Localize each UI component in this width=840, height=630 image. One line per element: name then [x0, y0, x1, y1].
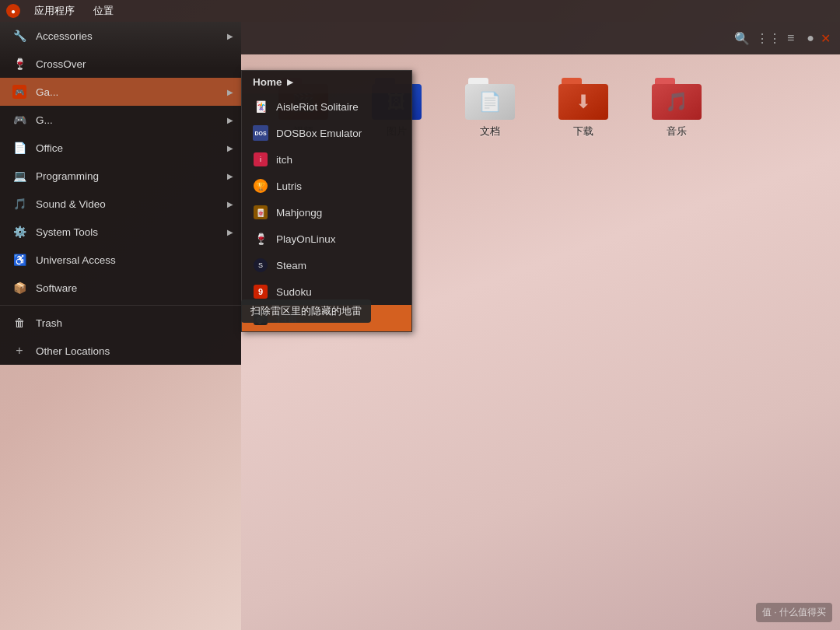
submenu-dosbox[interactable]: DOS DOSBox Emulator [242, 120, 411, 146]
system-tools-label: System Tools [36, 226, 98, 238]
games-icon: 🎮 [11, 83, 28, 100]
software-label: Software [36, 282, 77, 294]
menu-item-office[interactable]: 📄 Office ▶ [0, 134, 241, 162]
grid-view-icon[interactable]: ⋮⋮ [756, 31, 781, 46]
sound-video-icon: 🎵 [11, 195, 28, 212]
submenu-arrow: ▶ [227, 200, 233, 208]
filemanager-header: 🔍 ⋮⋮ ≡ ● ✕ [241, 22, 840, 54]
file-item-music[interactable]: 🎵 音乐 [646, 78, 708, 138]
download-label: 下载 [573, 124, 593, 138]
minesweeper-tooltip: 扫除雷区里的隐藏的地雷 [241, 299, 371, 323]
menu-item-universal-access[interactable]: ♿ Universal Access [0, 246, 241, 274]
download-folder-icon: ⬇ [558, 78, 608, 120]
games2-icon: 🎮 [11, 111, 28, 128]
sound-video-label: Sound & Video [36, 198, 106, 210]
playonlinux-label: PlayOnLinux [276, 233, 336, 245]
itch-label: itch [276, 154, 292, 166]
lutris-icon: 🏆 [253, 178, 268, 194]
document-folder-icon: 📄 [465, 78, 515, 120]
topbar: ● 应用程序 位置 [0, 0, 840, 22]
mahjongg-label: Mahjongg [276, 207, 322, 219]
topbar-app-menu[interactable]: 应用程序 [30, 2, 79, 19]
games2-label: G... [36, 114, 53, 126]
menu-item-sound-video[interactable]: 🎵 Sound & Video ▶ [0, 190, 241, 218]
app-icon: ● [6, 4, 20, 18]
menu-item-software[interactable]: 📦 Software [0, 274, 241, 302]
playonlinux-icon: 🍷 [253, 231, 268, 247]
submenu-itch[interactable]: i itch [242, 146, 411, 173]
app-menu: 🔧 Accessories ▶ 🍷 CrossOver 🎮 Ga... ▶ 🎮 … [0, 22, 241, 365]
dosbox-icon: DOS [253, 125, 268, 141]
dosbox-label: DOSBox Emulator [276, 128, 362, 139]
menu-item-games[interactable]: 🎮 Ga... ▶ [0, 78, 241, 106]
mahjongg-icon: 🀄 [253, 205, 268, 220]
submenu-playonlinux[interactable]: 🍷 PlayOnLinux [242, 226, 411, 252]
aisleriot-icon: 🃏 [253, 99, 268, 114]
steam-icon: S [253, 257, 268, 273]
menu-item-system-tools[interactable]: ⚙️ System Tools ▶ [0, 218, 241, 246]
menu-divider [0, 305, 241, 306]
submenu-home-label: Home [253, 76, 282, 88]
close-icon[interactable]: ✕ [821, 31, 831, 46]
submenu-aisleriot[interactable]: 🃏 AisleRiot Solitaire [242, 93, 411, 120]
submenu-arrow: ▶ [227, 32, 233, 40]
watermark: 值 · 什么值得买 [756, 603, 832, 622]
plus-icon: + [11, 342, 28, 359]
search-icon[interactable]: 🔍 [734, 31, 750, 46]
system-tools-icon: ⚙️ [11, 223, 28, 240]
trash-icon: 🗑 [11, 314, 28, 331]
watermark-text: 值 · 什么值得买 [762, 607, 826, 618]
programming-icon: 💻 [11, 167, 28, 184]
submenu-home-header[interactable]: Home ▶ [242, 71, 411, 93]
submenu-arrow: ▶ [227, 116, 233, 124]
submenu-arrow: ▶ [227, 172, 233, 180]
submenu-mahjongg[interactable]: 🀄 Mahjongg [242, 199, 411, 226]
submenu-steam[interactable]: S Steam [242, 252, 411, 278]
submenu-lutris[interactable]: 🏆 Lutris [242, 173, 411, 199]
universal-access-label: Universal Access [36, 254, 116, 266]
aisleriot-label: AisleRiot Solitaire [276, 101, 359, 113]
list-view-icon[interactable]: ≡ [787, 31, 794, 45]
menu-item-other-locations[interactable]: + Other Locations [0, 337, 241, 365]
itch-icon: i [253, 152, 268, 167]
menu-item-programming[interactable]: 💻 Programming ▶ [0, 162, 241, 190]
submenu-arrow: ▶ [227, 144, 233, 152]
menu-item-crossover[interactable]: 🍷 CrossOver [0, 50, 241, 78]
music-label: 音乐 [667, 124, 687, 138]
submenu-home-arrow: ▶ [287, 78, 293, 86]
office-icon: 📄 [11, 139, 28, 156]
submenu-arrow: ▶ [227, 228, 233, 236]
sudoku-label: Sudoku [276, 286, 312, 298]
crossover-icon: 🍷 [11, 55, 28, 72]
file-item-download[interactable]: ⬇ 下载 [552, 78, 614, 138]
trash-label: Trash [36, 317, 62, 329]
document-label: 文档 [480, 124, 500, 138]
menu-item-accessories[interactable]: 🔧 Accessories ▶ [0, 22, 241, 50]
tooltip-text: 扫除雷区里的隐藏的地雷 [250, 305, 362, 317]
other-locations-label: Other Locations [36, 345, 110, 357]
sudoku-icon: 9 [253, 284, 268, 299]
accessories-label: Accessories [36, 30, 93, 42]
office-label: Office [36, 142, 63, 154]
steam-label: Steam [276, 260, 306, 271]
software-icon: 📦 [11, 279, 28, 296]
accessories-icon: 🔧 [11, 27, 28, 44]
games-label: Ga... [36, 86, 58, 98]
programming-label: Programming [36, 170, 99, 182]
crossover-label: CrossOver [36, 58, 86, 70]
lutris-label: Lutris [276, 180, 302, 192]
file-item-document[interactable]: 📄 文档 [459, 78, 521, 138]
menu-item-trash[interactable]: 🗑 Trash [0, 309, 241, 337]
menu-item-games2[interactable]: 🎮 G... ▶ [0, 106, 241, 134]
topbar-location-menu[interactable]: 位置 [89, 2, 118, 19]
submenu-arrow: ▶ [227, 88, 233, 96]
universal-access-icon: ♿ [11, 251, 28, 268]
menu-icon[interactable]: ● [807, 31, 814, 45]
music-folder-icon: 🎵 [652, 78, 702, 120]
games-submenu: Home ▶ 🃏 AisleRiot Solitaire DOS DOSBox … [241, 70, 412, 332]
